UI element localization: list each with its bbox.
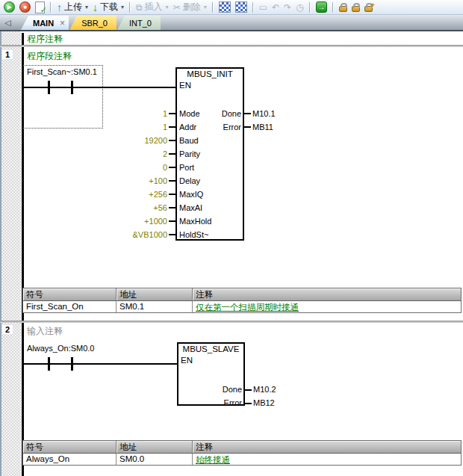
- network-margin: [1, 31, 21, 476]
- program-comment[interactable]: 程序注释: [27, 33, 63, 46]
- table-row[interactable]: First_Scan_On SM0.1 仅在第一个扫描周期时接通: [23, 301, 461, 312]
- stop-icon: ■: [19, 1, 31, 13]
- window-icon: ▭: [259, 2, 267, 13]
- tab-int-label: INT_0: [129, 19, 152, 28]
- time-button: ◷: [294, 1, 305, 13]
- network-2-comment[interactable]: 输入注释: [27, 325, 63, 338]
- wire-tick: [169, 140, 175, 141]
- symbol-table-header: 符号 地址 注释: [23, 441, 461, 454]
- contact-label[interactable]: First_Scan~:SM0.1: [27, 67, 97, 76]
- main-toolbar: ▶ ■ ✓ ↑ 上传 ▾ ↓ 下载 ▾ ⧉ 插入 ▾ ✂ 删除 ▾ ▭ ↶ ↷: [0, 0, 463, 15]
- block-input-param: Port: [179, 163, 194, 172]
- undo-icon: ↶: [272, 2, 279, 13]
- plus-badge: +: [370, 1, 374, 9]
- contact-bar[interactable]: [71, 357, 73, 371]
- chevron-down-icon: ▾: [166, 4, 169, 10]
- wire-tick: [169, 220, 175, 222]
- block-input-value[interactable]: 19200: [118, 136, 167, 145]
- toolbar-separator: [50, 2, 52, 13]
- run-icon: ▶: [4, 1, 15, 13]
- wire-tick: [245, 403, 252, 404]
- block-input-param: MaxHold: [179, 217, 211, 226]
- delete-icon: ✂: [173, 2, 181, 13]
- insert-icon: ⧉: [136, 2, 143, 13]
- block-input-value[interactable]: +56: [118, 203, 167, 212]
- upload-label: 上传: [64, 1, 82, 13]
- network-separator: [0, 321, 463, 323]
- tab-main-label: MAIN: [33, 19, 54, 28]
- toolbar-separator: [129, 2, 131, 13]
- chevron-down-icon: ▾: [204, 4, 207, 10]
- block-output-operand[interactable]: MB12: [253, 398, 275, 407]
- block-output-param: Error: [187, 398, 242, 407]
- block-input-value[interactable]: +256: [118, 190, 167, 199]
- block-input-value[interactable]: 2: [118, 149, 167, 158]
- go-button[interactable]: →: [314, 1, 329, 13]
- block-input-param: HoldSt~: [179, 230, 208, 239]
- block-output-operand[interactable]: M10.1: [252, 109, 276, 118]
- symbol-cell: First_Scan_On: [23, 301, 116, 312]
- toolbar-separator: [309, 2, 311, 13]
- block-output-operand[interactable]: MB11: [252, 123, 273, 132]
- unlock-button[interactable]: [350, 1, 361, 13]
- go-arrow-icon: →: [316, 1, 327, 13]
- en-input-label: EN: [179, 81, 191, 90]
- network-table-button[interactable]: [234, 1, 249, 13]
- wire-tick: [169, 113, 175, 114]
- table-row[interactable]: Always_On SM0.0 始终接通: [23, 454, 461, 465]
- chevron-down-icon[interactable]: ▾: [85, 4, 88, 10]
- wire: [23, 87, 175, 88]
- block-input-value[interactable]: 1: [118, 109, 167, 118]
- block-output-param: Error: [185, 123, 241, 132]
- network-view-button[interactable]: [217, 1, 232, 13]
- block-output-param: Done: [187, 385, 242, 394]
- lock-add-button[interactable]: +: [363, 1, 374, 13]
- block-input-param: Parity: [179, 149, 200, 158]
- stop-button[interactable]: ■: [18, 1, 32, 13]
- check-icon: ✓: [40, 5, 47, 15]
- run-button[interactable]: ▶: [2, 1, 16, 13]
- compile-button[interactable]: ✓: [34, 1, 46, 13]
- contact-bar[interactable]: [48, 357, 50, 371]
- wire-tick: [244, 113, 251, 114]
- block-output-operand[interactable]: M10.2: [253, 385, 276, 394]
- tab-scroll-left-icon[interactable]: ◁: [2, 18, 21, 28]
- address-cell: SM0.0: [116, 454, 193, 465]
- block-input-value[interactable]: &VB1000: [118, 230, 167, 239]
- tab-sbr-0[interactable]: SBR_0: [69, 16, 116, 30]
- lock-button[interactable]: [338, 1, 349, 13]
- wire-tick: [169, 167, 175, 168]
- chevron-down-icon[interactable]: ▾: [121, 4, 124, 10]
- contact-bar[interactable]: [71, 81, 73, 94]
- contact-bar[interactable]: [48, 81, 50, 94]
- network-1-number: 1: [2, 50, 13, 59]
- download-button[interactable]: ↓ 下载 ▾: [91, 1, 125, 13]
- address-header-cell: 地址: [116, 441, 193, 453]
- wire-tick: [244, 126, 251, 128]
- tab-int-0[interactable]: INT_0: [117, 16, 161, 30]
- block-input-value[interactable]: 1: [118, 123, 167, 132]
- wire-tick: [169, 180, 175, 182]
- upload-button[interactable]: ↑ 上传 ▾: [55, 1, 90, 13]
- network-1-comment[interactable]: 程序段注释: [27, 50, 72, 63]
- undo-button: ↶: [270, 1, 281, 13]
- comment-header-cell: 注释: [193, 441, 461, 453]
- block-title: MBUS_SLAVE: [178, 344, 243, 353]
- unlock-icon: [352, 6, 360, 12]
- block-input-value[interactable]: 0: [118, 163, 167, 172]
- block-input-value[interactable]: +100: [118, 176, 167, 185]
- network-2-number: 2: [2, 325, 13, 334]
- insert-button: ⧉ 插入 ▾: [134, 1, 170, 13]
- redo-icon: ↷: [284, 2, 291, 13]
- mbus-slave-block[interactable]: MBUS_SLAVE EN: [177, 342, 245, 406]
- tab-main[interactable]: MAIN ×: [21, 16, 69, 30]
- contact-label[interactable]: Always_On:SM0.0: [27, 344, 94, 353]
- symbol-table-header: 符号 地址 注释: [23, 288, 461, 301]
- toolbar-separator: [212, 2, 214, 13]
- close-icon[interactable]: ×: [60, 18, 65, 28]
- network-blocks-icon: [219, 1, 231, 13]
- download-icon: ↓: [93, 1, 98, 13]
- block-input-value[interactable]: +1000: [118, 217, 167, 226]
- wire-tick: [245, 389, 252, 391]
- address-cell: SM0.1: [116, 301, 193, 312]
